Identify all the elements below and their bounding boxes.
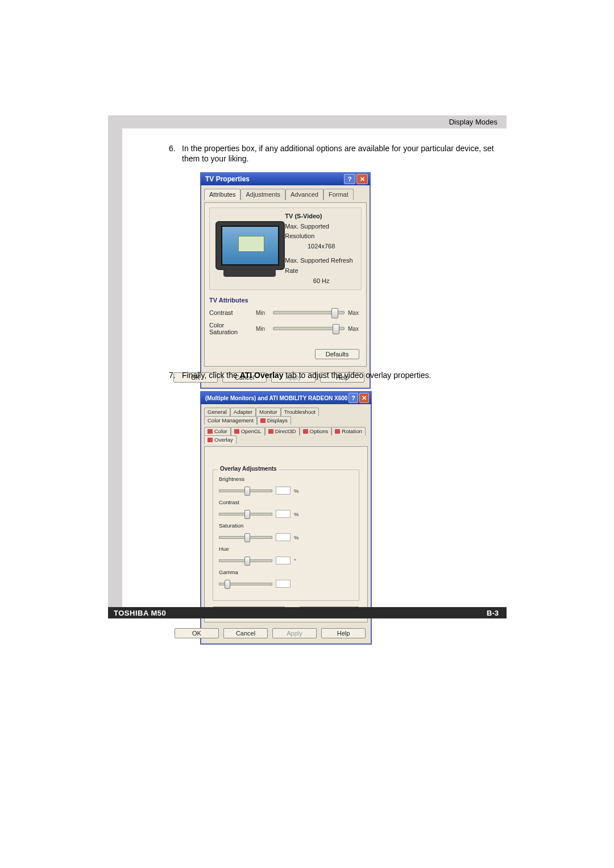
overlay-saturation-unit: % xyxy=(294,534,298,541)
tab-color-management[interactable]: Color Management xyxy=(204,416,257,425)
ati-logo-icon xyxy=(208,438,213,442)
hue-row: Hue ° xyxy=(219,546,353,564)
tab-adjustments[interactable]: Adjustments xyxy=(240,189,285,200)
footer-page: B-3 xyxy=(487,609,499,617)
tab-advanced[interactable]: Advanced xyxy=(285,189,323,200)
tab-direct3d[interactable]: Direct3D xyxy=(265,427,300,435)
contrast-row: Contrast Min Max xyxy=(209,309,362,316)
gamma-label: Gamma xyxy=(219,569,247,575)
step6-number: 6. xyxy=(169,144,176,153)
overlay-contrast-row: Contrast % xyxy=(219,499,353,518)
ati-title: (Multiple Monitors) and ATI MOBILITY RAD… xyxy=(205,395,347,401)
close-icon[interactable]: ✕ xyxy=(359,393,369,403)
step7-text: Finally, click the ATI Overlay tab to ad… xyxy=(182,371,500,381)
tab-options[interactable]: Options xyxy=(300,427,332,435)
tv-info: TV (S-Video) Max. Supported Resolution 1… xyxy=(285,211,358,286)
overlay-contrast-slider[interactable] xyxy=(219,513,272,516)
max-resolution-value: 1024x768 xyxy=(285,242,358,252)
ati-logo-icon xyxy=(208,429,213,434)
brightness-row: Brightness % xyxy=(219,476,353,495)
overlay-saturation-slider[interactable] xyxy=(219,536,272,539)
close-icon[interactable]: ✕ xyxy=(356,174,368,184)
overlay-saturation-label: Saturation xyxy=(219,522,247,529)
gamma-slider[interactable] xyxy=(219,583,272,585)
footer-model: TOSHIBA M50 xyxy=(114,609,166,617)
tab-adapter[interactable]: Adapter xyxy=(230,408,256,416)
max-refresh-label: Max. Supported Refresh Rate xyxy=(285,256,358,276)
saturation-min: Min xyxy=(256,326,269,332)
brightness-value[interactable] xyxy=(276,487,291,495)
ati-tabs-row1: General Adapter Monitor Troubleshoot Col… xyxy=(204,408,368,425)
ati-logo-icon xyxy=(268,429,273,434)
contrast-slider[interactable] xyxy=(273,311,345,314)
ati-ok-button[interactable]: OK xyxy=(175,628,219,638)
max-resolution-label: Max. Supported Resolution xyxy=(285,222,358,242)
section-header: Display Modes xyxy=(122,115,507,128)
tv-connector-label: TV (S-Video) xyxy=(285,211,358,222)
step7-prefix: Finally, click the xyxy=(182,371,240,380)
tvprops-titlebar[interactable]: TV Properties ? ✕ xyxy=(201,173,370,185)
tvprops-tabs: Attributes Adjustments Advanced Format xyxy=(204,189,367,200)
contrast-label: Contrast xyxy=(209,309,252,316)
saturation-max: Max xyxy=(348,326,362,332)
overlay-contrast-value[interactable] xyxy=(276,510,291,518)
gamma-row: Gamma xyxy=(219,569,353,588)
ati-logo-icon xyxy=(335,429,340,434)
contrast-max: Max xyxy=(348,310,362,316)
tab-attributes[interactable]: Attributes xyxy=(204,189,240,200)
page-footer: TOSHIBA M50 B-3 xyxy=(108,607,507,618)
defaults-button[interactable]: Defaults xyxy=(315,349,359,359)
saturation-label: Color Saturation xyxy=(209,322,252,335)
contrast-min: Min xyxy=(256,310,269,316)
tv-monitor-icon xyxy=(213,220,277,278)
brightness-label: Brightness xyxy=(219,476,247,482)
ati-cancel-button[interactable]: Cancel xyxy=(223,628,268,638)
overlay-saturation-value[interactable] xyxy=(276,533,291,541)
ati-titlebar[interactable]: (Multiple Monitors) and ATI MOBILITY RAD… xyxy=(201,392,371,404)
tv-attributes-section-label: TV Attributes xyxy=(209,297,362,304)
ati-apply-button[interactable]: Apply xyxy=(272,628,317,638)
tab-format[interactable]: Format xyxy=(323,189,354,200)
help-icon[interactable]: ? xyxy=(349,393,358,403)
step7-suffix: tab to adjust the video overlay properti… xyxy=(283,371,431,380)
gamma-value[interactable] xyxy=(276,580,291,588)
step7-bold: ATI Overlay xyxy=(240,371,284,380)
tvprops-title: TV Properties xyxy=(205,175,250,183)
tab-color[interactable]: Color xyxy=(204,427,231,435)
saturation-slider[interactable] xyxy=(273,327,345,330)
max-refresh-value: 60 Hz xyxy=(285,276,358,286)
ati-logo-icon xyxy=(260,418,265,423)
tab-monitor[interactable]: Monitor xyxy=(256,408,281,416)
step7-number: 7. xyxy=(169,371,176,380)
ati-logo-icon xyxy=(303,429,308,434)
section-title: Display Modes xyxy=(449,118,497,126)
hue-unit: ° xyxy=(294,558,298,564)
tab-general[interactable]: General xyxy=(204,408,230,416)
overlay-contrast-unit: % xyxy=(294,511,298,517)
hue-slider[interactable] xyxy=(219,559,272,562)
brightness-slider[interactable] xyxy=(219,489,272,492)
tab-opengl[interactable]: OpenGL xyxy=(231,427,265,435)
hue-value[interactable] xyxy=(276,556,291,564)
overlay-adjustments-legend: Overlay Adjustments xyxy=(218,466,279,472)
step6-text: In the properties box, if any additional… xyxy=(182,144,500,164)
overlay-saturation-row: Saturation % xyxy=(219,522,353,541)
tab-troubleshoot[interactable]: Troubleshoot xyxy=(281,408,319,416)
brightness-unit: % xyxy=(294,488,298,494)
tab-displays[interactable]: Displays xyxy=(257,416,291,425)
ati-logo-icon xyxy=(234,429,239,434)
ati-help-button[interactable]: Help xyxy=(321,628,366,638)
ati-tabs-row2: Color OpenGL Direct3D Options Rotation O… xyxy=(204,427,368,444)
left-gutter xyxy=(108,115,122,618)
overlay-contrast-label: Contrast xyxy=(219,499,247,505)
help-icon[interactable]: ? xyxy=(344,174,355,184)
tab-rotation[interactable]: Rotation xyxy=(331,427,365,435)
hue-label: Hue xyxy=(219,546,247,552)
tab-overlay[interactable]: Overlay xyxy=(204,435,237,444)
saturation-row: Color Saturation Min Max xyxy=(209,322,362,335)
